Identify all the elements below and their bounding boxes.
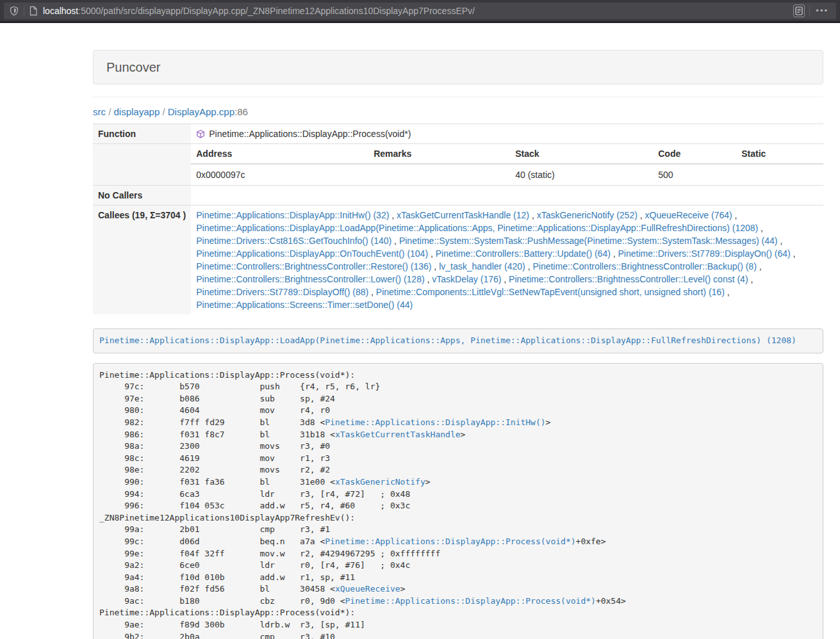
page-icon[interactable] — [29, 6, 38, 16]
package-icon — [196, 129, 205, 139]
detail-column-header: Remarks — [368, 144, 510, 164]
breadcrumb-link[interactable]: src — [93, 106, 106, 117]
callee-link[interactable]: Pinetime::Drivers::St7789::DisplayOn() (… — [618, 248, 791, 259]
urlbar-separator-2 — [809, 5, 810, 17]
callees-label: Callees (19, Σ=3704 ) — [93, 206, 191, 315]
callee-link[interactable]: Pinetime::Drivers::Cst816S::GetTouchInfo… — [196, 236, 391, 246]
breadcrumb-separator: / — [106, 106, 114, 117]
callee-link[interactable]: Pinetime::Components::LittleVgl::SetNewT… — [376, 287, 725, 297]
page-title: Puncover — [106, 60, 161, 74]
callee-link[interactable]: Pinetime::Controllers::BrightnessControl… — [509, 274, 748, 284]
callee-link[interactable]: Pinetime::Applications::Screens::Timer::… — [196, 300, 413, 310]
page-content: Puncover src / displayapp / DisplayApp.c… — [93, 50, 823, 639]
reader-mode-icon[interactable] — [793, 4, 805, 17]
callee-link[interactable]: Pinetime::Applications::DisplayApp::Load… — [196, 223, 758, 233]
url-bar[interactable]: localhost:5000/path/src/displayapp/Displ… — [4, 3, 836, 19]
callee-separator: , — [611, 248, 618, 259]
detail-cell — [368, 164, 510, 185]
detail-value-row: 0x0000097c40 (static)500 — [191, 164, 823, 185]
callee-link[interactable]: Pinetime::Drivers::St7789::DisplayOff() … — [196, 287, 368, 297]
callee-separator: , — [732, 210, 737, 220]
callee-link[interactable]: xTaskGetCurrentTaskHandle (12) — [397, 210, 529, 220]
chrome-bottom-strip — [0, 21, 840, 23]
callee-separator: , — [368, 287, 376, 297]
callees-list: Pinetime::Applications::DisplayApp::Init… — [191, 206, 823, 315]
page-actions-icon[interactable]: ••• — [816, 6, 828, 15]
detail-cell — [736, 164, 823, 185]
no-callers-label: No Callers — [93, 186, 191, 206]
function-name: Pinetime::Applications::DisplayApp::Proc… — [209, 127, 411, 140]
disassembly-symbol-link[interactable]: xQueueReceive — [335, 584, 400, 594]
callee-link[interactable]: Pinetime::Controllers::BrightnessControl… — [196, 261, 431, 271]
callee-separator: , — [777, 236, 782, 246]
callee-separator: , — [757, 261, 762, 271]
page-title-panel: Puncover — [93, 50, 823, 85]
disassembly-symbol-link[interactable]: Pinetime::Applications::DisplayApp::Proc… — [345, 596, 596, 606]
detail-column-header: Stack — [510, 144, 653, 164]
function-row-label: Function — [93, 124, 191, 144]
detail-cell: 0x0000097c — [191, 164, 368, 185]
callee-separator: , — [529, 210, 537, 220]
callee-separator: , — [431, 261, 439, 271]
symbol-preview-link[interactable]: Pinetime::Applications::DisplayApp::Load… — [99, 336, 796, 345]
disassembly: Pinetime::Applications::DisplayApp::Proc… — [93, 363, 823, 639]
callee-link[interactable]: xTaskGenericNotify (252) — [537, 210, 638, 220]
callee-separator: , — [501, 274, 509, 284]
detail-row-label — [93, 144, 191, 186]
detail-column-header: Address — [191, 144, 368, 164]
urlbar-separator — [24, 5, 24, 17]
disassembly-symbol-link[interactable]: Pinetime::Applications::DisplayApp::Init… — [325, 417, 545, 427]
breadcrumb-link[interactable]: displayapp — [114, 106, 160, 117]
breadcrumb: src / displayapp / DisplayApp.cpp:86 — [93, 106, 823, 118]
function-table: Function Pinetime::Applications::Display… — [93, 124, 823, 314]
disassembly-symbol-link[interactable]: xTaskGenericNotify — [335, 477, 425, 487]
breadcrumb-link[interactable]: DisplayApp.cpp — [168, 106, 235, 117]
symbol-preview-box: Pinetime::Applications::DisplayApp::Load… — [93, 328, 823, 353]
detail-column-header: Static — [736, 144, 823, 164]
callee-separator: , — [758, 223, 763, 233]
callee-separator: , — [725, 287, 730, 297]
callee-link[interactable]: Pinetime::Controllers::BrightnessControl… — [196, 274, 424, 284]
callee-link[interactable]: Pinetime::Applications::DisplayApp::Init… — [196, 210, 389, 220]
callee-link[interactable]: Pinetime::Controllers::Battery::Update()… — [436, 248, 611, 259]
callees-row: Callees (19, Σ=3704 ) Pinetime::Applicat… — [93, 206, 823, 315]
detail-cell: 500 — [653, 164, 736, 185]
function-row: Function Pinetime::Applications::Display… — [93, 124, 823, 144]
detail-column-header: Code — [653, 144, 736, 164]
breadcrumb-separator: / — [160, 106, 168, 117]
callee-link[interactable]: Pinetime::Controllers::BrightnessControl… — [532, 261, 756, 271]
callee-separator: , — [425, 274, 432, 284]
callee-link[interactable]: xQueueReceive (764) — [645, 210, 732, 220]
callee-separator: , — [791, 248, 796, 259]
url-text: localhost:5000/path/src/displayapp/Displ… — [43, 6, 793, 16]
callee-separator: , — [638, 210, 645, 220]
callee-link[interactable]: Pinetime::Applications::DisplayApp::OnTo… — [196, 248, 428, 259]
detail-row: AddressRemarksStackCodeStatic 0x0000097c… — [93, 144, 823, 186]
callee-separator: , — [389, 210, 397, 220]
shield-icon[interactable] — [9, 6, 19, 16]
detail-table: AddressRemarksStackCodeStatic 0x0000097c… — [191, 144, 823, 185]
url-path: :5000/path/src/displayapp/DisplayApp.cpp… — [78, 6, 475, 16]
callee-separator: , — [391, 236, 399, 246]
no-callers-row: No Callers — [93, 186, 823, 206]
detail-cell: 40 (static) — [510, 164, 653, 185]
divider — [93, 97, 823, 97]
callee-link[interactable]: vTaskDelay (176) — [432, 274, 501, 284]
callee-separator: , — [748, 274, 754, 284]
callee-separator: , — [428, 248, 436, 259]
callee-separator: , — [525, 261, 533, 271]
callee-link[interactable]: Pinetime::System::SystemTask::PushMessag… — [399, 236, 778, 246]
disassembly-symbol-link[interactable]: Pinetime::Applications::DisplayApp::Proc… — [325, 537, 575, 546]
callee-link[interactable]: lv_task_handler (420) — [439, 261, 525, 271]
detail-header-row: AddressRemarksStackCodeStatic — [191, 144, 823, 164]
browser-toolbar: localhost:5000/path/src/displayapp/Displ… — [0, 0, 840, 21]
url-host: localhost — [43, 6, 78, 16]
disassembly-symbol-link[interactable]: xTaskGetCurrentTaskHandle — [335, 430, 461, 439]
breadcrumb-line-number: :86 — [235, 106, 248, 117]
